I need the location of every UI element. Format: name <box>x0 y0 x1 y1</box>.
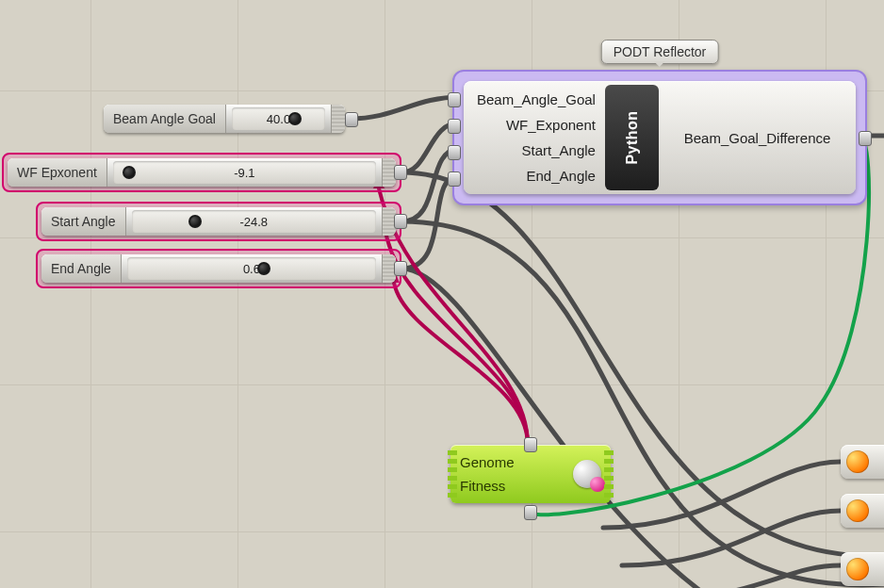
slider-value: 40.0 <box>261 112 296 126</box>
component-input-port[interactable] <box>448 172 461 187</box>
galapagos-solver[interactable]: Genome Fitness <box>450 445 611 503</box>
python-outputs: Beam_Goal_Difference <box>659 81 856 194</box>
slider-output-port[interactable] <box>394 214 407 229</box>
slider-thumb[interactable] <box>188 215 202 228</box>
component-input-port[interactable] <box>448 145 461 160</box>
galapagos-icon <box>573 460 601 488</box>
group-title: PODT Reflector <box>601 40 719 64</box>
data-param[interactable] <box>841 445 884 479</box>
python-component[interactable]: Beam_Angle_Goal WF_Exponent Start_Angle … <box>464 81 856 194</box>
data-param-icon <box>846 499 869 522</box>
python-input-label: WF_Exponent <box>477 117 596 133</box>
python-input-label: End_Angle <box>477 168 596 184</box>
slider-grip[interactable] <box>331 105 345 133</box>
slider-track[interactable]: 0.6 <box>127 257 376 280</box>
python-badge: Python <box>605 85 659 190</box>
galapagos-genome-port[interactable] <box>524 437 537 452</box>
slider-label: Beam Angle Goal <box>104 105 226 133</box>
data-param[interactable] <box>841 494 884 528</box>
slider-label: WF Epxonent <box>8 158 107 187</box>
data-param-icon <box>846 450 869 473</box>
slider-output-port[interactable] <box>345 112 358 127</box>
slider-value: -9.1 <box>228 166 260 180</box>
selection-outline: WF Epxonent -9.1 <box>2 153 401 192</box>
slider-value: -24.8 <box>234 215 273 229</box>
slider-start-angle[interactable]: Start Angle -24.8 <box>41 207 396 236</box>
slider-beam-angle-goal[interactable]: Beam Angle Goal 40.0 <box>104 105 345 133</box>
slider-end-angle[interactable]: End Angle 0.6 <box>41 254 396 283</box>
slider-value: 0.6 <box>237 262 266 276</box>
python-inputs: Beam_Angle_Goal WF_Exponent Start_Angle … <box>464 81 605 194</box>
slider-label: End Angle <box>41 254 122 283</box>
slider-output-port[interactable] <box>394 165 407 180</box>
grasshopper-canvas[interactable]: Beam Angle Goal 40.0 WF Epxonent -9.1 St… <box>0 0 884 588</box>
component-input-port[interactable] <box>448 119 461 134</box>
slider-track[interactable]: -24.8 <box>132 210 377 233</box>
python-input-label: Beam_Angle_Goal <box>477 91 596 107</box>
slider-track[interactable]: 40.0 <box>232 107 325 130</box>
galapagos-fitness-port[interactable] <box>524 505 537 520</box>
slider-output-port[interactable] <box>394 261 407 276</box>
python-input-label: Start_Angle <box>477 142 596 158</box>
python-output-label: Beam_Goal_Difference <box>684 130 831 146</box>
component-input-port[interactable] <box>448 92 461 107</box>
data-param-icon <box>846 558 869 580</box>
slider-label: Start Angle <box>41 207 126 236</box>
component-output-port[interactable] <box>859 131 872 146</box>
selection-outline: Start Angle -24.8 <box>36 202 401 241</box>
slider-wf-exponent[interactable]: WF Epxonent -9.1 <box>8 158 396 187</box>
slider-track[interactable]: -9.1 <box>113 161 376 184</box>
data-param[interactable] <box>841 552 884 586</box>
selection-outline: End Angle 0.6 <box>36 249 401 288</box>
slider-thumb[interactable] <box>123 166 136 179</box>
group-podt-reflector[interactable]: PODT Reflector Beam_Angle_Goal WF_Expone… <box>452 70 867 205</box>
